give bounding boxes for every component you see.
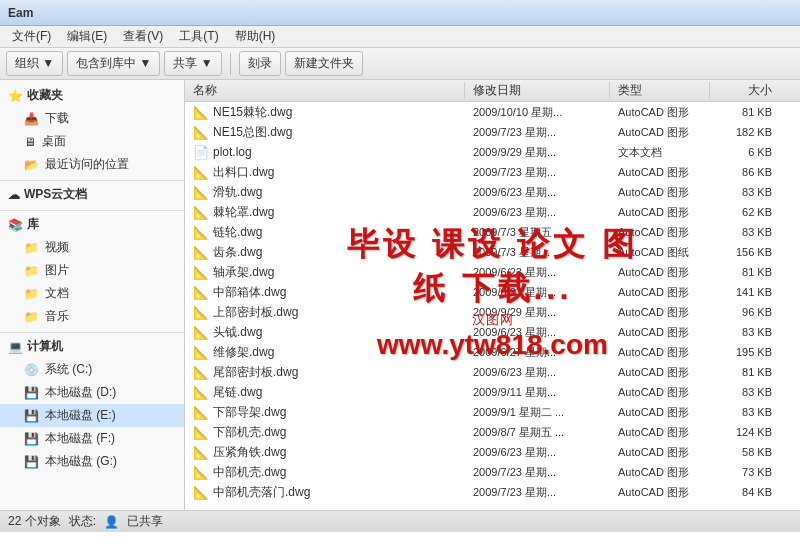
file-date-cell: 2009/9/29 星期... [465, 145, 610, 160]
file-date-cell: 2009/10/10 星期... [465, 105, 610, 120]
file-type-cell: AutoCAD 图形 [610, 105, 710, 120]
file-size-cell: 6 KB [710, 146, 780, 158]
col-header-date[interactable]: 修改日期 [465, 82, 610, 99]
file-name-cell: 📐 尾部密封板.dwg [185, 364, 465, 381]
sidebar-computer-header[interactable]: 💻 计算机 [0, 335, 184, 358]
sidebar-divider-3 [0, 332, 184, 333]
organize-button[interactable]: 组织 ▼ [6, 51, 63, 76]
table-row[interactable]: 📐 NE15棘轮.dwg 2009/10/10 星期... AutoCAD 图形… [185, 102, 800, 122]
table-row[interactable]: 📐 下部机壳.dwg 2009/8/7 星期五 ... AutoCAD 图形 1… [185, 422, 800, 442]
sidebar-item-drive-f[interactable]: 💾 本地磁盘 (F:) [0, 427, 184, 450]
sidebar-computer-section: 💻 计算机 💿 系统 (C:) 💾 本地磁盘 (D:) 💾 本地磁盘 (E:) … [0, 335, 184, 473]
file-icon: 📐 [193, 265, 209, 280]
music-icon: 📁 [24, 310, 39, 324]
share-button[interactable]: 共享 ▼ [164, 51, 221, 76]
file-icon: 📐 [193, 385, 209, 400]
table-row[interactable]: 📐 头钺.dwg 2009/6/23 星期... AutoCAD 图形 83 K… [185, 322, 800, 342]
table-row[interactable]: 📐 轴承架.dwg 2009/6/23 星期... AutoCAD 图形 81 … [185, 262, 800, 282]
file-size-cell: 195 KB [710, 346, 780, 358]
sidebar-library-header[interactable]: 📚 库 [0, 213, 184, 236]
content-area: 名称 修改日期 类型 大小 📐 NE15棘轮.dwg 2009/10/10 星期… [185, 80, 800, 510]
file-type-cell: AutoCAD 图形 [610, 325, 710, 340]
sidebar-item-documents[interactable]: 📁 文档 [0, 282, 184, 305]
file-type-cell: AutoCAD 图形 [610, 485, 710, 500]
file-date-cell: 2009/6/23 星期... [465, 445, 610, 460]
file-icon: 📐 [193, 465, 209, 480]
file-icon: 📐 [193, 165, 209, 180]
menu-edit[interactable]: 编辑(E) [59, 26, 115, 47]
file-size-cell: 96 KB [710, 306, 780, 318]
file-date-cell: 2009/9/29 星期... [465, 305, 610, 320]
file-name-cell: 📐 上部密封板.dwg [185, 304, 465, 321]
download-icon: 📥 [24, 112, 39, 126]
table-row[interactable]: 📐 中部箱体.dwg 2009/6/23 星期... AutoCAD 图形 14… [185, 282, 800, 302]
new-folder-button[interactable]: 新建文件夹 [285, 51, 363, 76]
sidebar-wps-label: WPS云文档 [24, 186, 87, 203]
table-row[interactable]: 📐 出料口.dwg 2009/7/23 星期... AutoCAD 图形 86 … [185, 162, 800, 182]
col-header-type[interactable]: 类型 [610, 82, 710, 99]
drive-c-icon: 💿 [24, 363, 39, 377]
documents-icon: 📁 [24, 287, 39, 301]
table-row[interactable]: 📐 齿条.dwg 2009/7/3 星期... AutoCAD 图纸 156 K… [185, 242, 800, 262]
sidebar-item-desktop[interactable]: 🖥 桌面 [0, 130, 184, 153]
file-icon: 📐 [193, 325, 209, 340]
file-type-cell: AutoCAD 图形 [610, 265, 710, 280]
table-row[interactable]: 📐 尾链.dwg 2009/9/11 星期... AutoCAD 图形 83 K… [185, 382, 800, 402]
table-row[interactable]: 📄 plot.log 2009/9/29 星期... 文本文档 6 KB [185, 142, 800, 162]
table-row[interactable]: 📐 棘轮罩.dwg 2009/6/23 星期... AutoCAD 图形 62 … [185, 202, 800, 222]
sidebar-item-drive-c[interactable]: 💿 系统 (C:) [0, 358, 184, 381]
sidebar-item-drive-d[interactable]: 💾 本地磁盘 (D:) [0, 381, 184, 404]
file-type-cell: AutoCAD 图形 [610, 205, 710, 220]
file-date-cell: 2009/7/23 星期... [465, 165, 610, 180]
file-date-cell: 2009/8/7 星期五 ... [465, 425, 610, 440]
file-size-cell: 182 KB [710, 126, 780, 138]
sidebar-item-music[interactable]: 📁 音乐 [0, 305, 184, 328]
table-row[interactable]: 📐 中部机壳落门.dwg 2009/7/23 星期... AutoCAD 图形 … [185, 482, 800, 502]
file-list: 📐 NE15棘轮.dwg 2009/10/10 星期... AutoCAD 图形… [185, 102, 800, 510]
menu-file[interactable]: 文件(F) [4, 26, 59, 47]
burn-button[interactable]: 刻录 [239, 51, 281, 76]
table-row[interactable]: 📐 上部密封板.dwg 2009/9/29 星期... AutoCAD 图形 9… [185, 302, 800, 322]
menu-help[interactable]: 帮助(H) [227, 26, 284, 47]
table-row[interactable]: 📐 压紧角铁.dwg 2009/6/23 星期... AutoCAD 图形 58… [185, 442, 800, 462]
menu-tools[interactable]: 工具(T) [171, 26, 226, 47]
file-date-cell: 2009/6/23 星期... [465, 185, 610, 200]
desktop-icon: 🖥 [24, 135, 36, 149]
table-row[interactable]: 📐 尾部密封板.dwg 2009/6/23 星期... AutoCAD 图形 8… [185, 362, 800, 382]
sidebar-item-video[interactable]: 📁 视频 [0, 236, 184, 259]
file-name-cell: 📐 中部机壳.dwg [185, 464, 465, 481]
sidebar-item-pictures[interactable]: 📁 图片 [0, 259, 184, 282]
sidebar-favorites-header[interactable]: ⭐ 收藏夹 [0, 84, 184, 107]
menu-view[interactable]: 查看(V) [115, 26, 171, 47]
file-icon: 📐 [193, 105, 209, 120]
file-name: 尾部密封板.dwg [213, 364, 298, 381]
table-row[interactable]: 📐 维修架.dwg 2009/6/27 星期... AutoCAD 图形 195… [185, 342, 800, 362]
computer-icon: 💻 [8, 340, 23, 354]
table-row[interactable]: 📐 链轮.dwg 2009/7/3 星期五 ... AutoCAD 图形 83 … [185, 222, 800, 242]
sidebar-item-drive-e[interactable]: 💾 本地磁盘 (E:) [0, 404, 184, 427]
file-icon: 📐 [193, 225, 209, 240]
title-bar: Eam [0, 0, 800, 26]
file-icon: 📐 [193, 185, 209, 200]
table-row[interactable]: 📐 中部机壳.dwg 2009/7/23 星期... AutoCAD 图形 73… [185, 462, 800, 482]
sidebar-wps-section: ☁ WPS云文档 [0, 183, 184, 206]
table-row[interactable]: 📐 NE15总图.dwg 2009/7/23 星期... AutoCAD 图形 … [185, 122, 800, 142]
file-type-cell: AutoCAD 图形 [610, 365, 710, 380]
file-size-cell: 124 KB [710, 426, 780, 438]
table-row[interactable]: 📐 滑轨.dwg 2009/6/23 星期... AutoCAD 图形 83 K… [185, 182, 800, 202]
file-type-cell: AutoCAD 图形 [610, 425, 710, 440]
sidebar-item-download[interactable]: 📥 下载 [0, 107, 184, 130]
file-icon: 📐 [193, 285, 209, 300]
file-date-cell: 2009/7/3 星期... [465, 245, 610, 260]
sidebar-item-recent[interactable]: 📂 最近访问的位置 [0, 153, 184, 176]
add-to-library-button[interactable]: 包含到库中 ▼ [67, 51, 160, 76]
col-header-size[interactable]: 大小 [710, 82, 780, 99]
file-name: 中部机壳.dwg [213, 464, 286, 481]
table-row[interactable]: 📐 下部导架.dwg 2009/9/1 星期二 ... AutoCAD 图形 8… [185, 402, 800, 422]
col-header-name[interactable]: 名称 [185, 82, 465, 99]
sidebar-computer-label: 计算机 [27, 338, 63, 355]
sidebar-item-drive-g[interactable]: 💾 本地磁盘 (G:) [0, 450, 184, 473]
sidebar-wps-header[interactable]: ☁ WPS云文档 [0, 183, 184, 206]
sidebar-library-section: 📚 库 📁 视频 📁 图片 📁 文档 📁 音乐 [0, 213, 184, 328]
file-type-cell: AutoCAD 图形 [610, 285, 710, 300]
